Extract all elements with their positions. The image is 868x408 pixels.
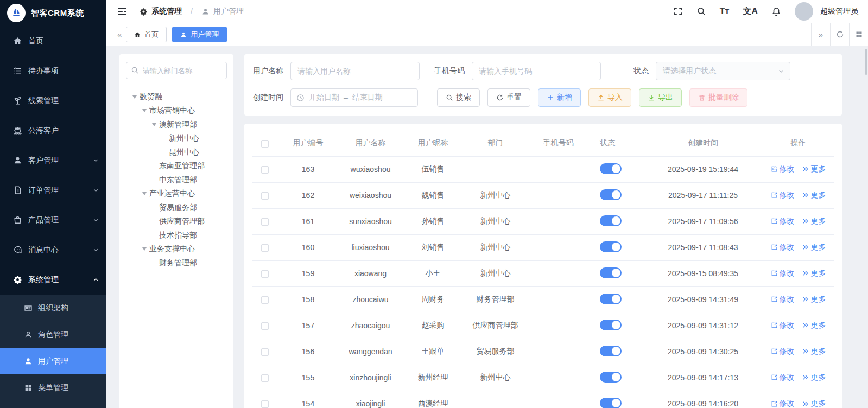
tree-node[interactable]: 昆州中心 xyxy=(126,145,227,160)
sidebar-item-system[interactable]: 系统管理 xyxy=(0,265,106,295)
status-toggle-on[interactable] xyxy=(600,320,622,330)
more-link[interactable]: 更多 xyxy=(802,399,826,408)
edit-link[interactable]: 修改 xyxy=(771,347,795,356)
sidebar-item-products[interactable]: 产品管理 xyxy=(0,205,106,235)
created-time-range-picker[interactable]: 开始日期 – 结束日期 xyxy=(290,88,418,107)
tree-node[interactable]: 业务支撑中心 xyxy=(126,243,227,257)
tab-user-management[interactable]: 用户管理 xyxy=(172,27,227,42)
caret-down-icon[interactable] xyxy=(139,192,149,195)
layout-grid-button[interactable] xyxy=(849,23,868,46)
more-link[interactable]: 更多 xyxy=(802,216,826,226)
status-filter-select[interactable]: 请选择用户状态 xyxy=(656,62,790,80)
edit-link[interactable]: 修改 xyxy=(771,216,795,226)
created-time-filter-label: 创建时间 xyxy=(253,93,283,103)
username-filter-input[interactable] xyxy=(290,62,420,80)
status-toggle-on[interactable] xyxy=(600,267,622,278)
phone-filter-input[interactable] xyxy=(472,62,601,80)
row-checkbox[interactable] xyxy=(261,374,269,382)
row-checkbox[interactable] xyxy=(261,270,269,278)
status-toggle-on[interactable] xyxy=(600,372,622,382)
tree-node[interactable]: 澳新管理部 xyxy=(126,118,227,132)
more-link[interactable]: 更多 xyxy=(802,190,826,200)
import-button[interactable]: 导入 xyxy=(588,88,631,107)
caret-down-icon[interactable] xyxy=(149,123,159,126)
select-all-checkbox[interactable] xyxy=(261,140,269,148)
edit-link[interactable]: 修改 xyxy=(771,295,795,304)
tree-node[interactable]: 财务管理部 xyxy=(126,256,227,270)
caret-down-icon[interactable] xyxy=(139,247,149,251)
more-link[interactable]: 更多 xyxy=(802,321,826,330)
tree-node[interactable]: 东南亚管理部 xyxy=(126,160,227,174)
more-link[interactable]: 更多 xyxy=(802,164,826,174)
sidebar-item-customers[interactable]: 客户管理 xyxy=(0,145,106,175)
edit-link[interactable]: 修改 xyxy=(771,373,795,382)
row-checkbox[interactable] xyxy=(261,192,269,200)
status-toggle-on[interactable] xyxy=(600,241,622,252)
tree-node[interactable]: 技术指导部 xyxy=(126,228,227,243)
sidebar-item-orders[interactable]: 订单管理 xyxy=(0,175,106,205)
more-link[interactable]: 更多 xyxy=(802,243,826,252)
font-size-icon[interactable]: Tт xyxy=(720,7,730,16)
add-button[interactable]: 新增 xyxy=(538,88,581,107)
export-button[interactable]: 导出 xyxy=(639,88,682,107)
row-checkbox[interactable] xyxy=(261,244,269,252)
row-checkbox[interactable] xyxy=(261,322,269,330)
sidebar-item-public-sea[interactable]: 公海客户 xyxy=(0,116,106,145)
sidebar-item-org-structure[interactable]: 组织架构 xyxy=(0,295,106,321)
sidebar-item-messages[interactable]: 消息中心 xyxy=(0,235,106,265)
sidebar-item-leads[interactable]: 线索管理 xyxy=(0,86,106,116)
edit-link[interactable]: 修改 xyxy=(771,399,795,408)
search-button[interactable]: 搜索 xyxy=(437,88,480,107)
row-checkbox[interactable] xyxy=(261,296,269,304)
department-search-input[interactable] xyxy=(126,62,227,79)
tree-node[interactable]: 市场营销中心 xyxy=(126,104,227,118)
sidebar-item-menu-management[interactable]: 菜单管理 xyxy=(0,374,106,401)
tree-node[interactable]: 贸易服务部 xyxy=(126,201,227,215)
edit-link[interactable]: 修改 xyxy=(771,190,795,200)
more-link[interactable]: 更多 xyxy=(802,295,826,304)
edit-link[interactable]: 修改 xyxy=(771,321,795,330)
search-icon xyxy=(446,94,453,101)
collapse-sidebar-icon[interactable] xyxy=(117,6,128,17)
caret-down-icon[interactable] xyxy=(129,95,140,99)
status-toggle-on[interactable] xyxy=(600,215,622,226)
user-avatar[interactable] xyxy=(795,2,813,21)
status-toggle-on[interactable] xyxy=(600,398,622,408)
tree-node[interactable]: 数贸融 xyxy=(126,90,227,104)
search-icon[interactable] xyxy=(696,7,706,16)
sidebar-item-todo[interactable]: 待办事项 xyxy=(0,56,106,86)
tree-node[interactable]: 中东管理部 xyxy=(126,173,227,187)
sidebar-item-user-management[interactable]: 用户管理 xyxy=(0,348,106,374)
status-toggle-on[interactable] xyxy=(600,189,622,200)
scrollbar-thumb[interactable] xyxy=(865,49,867,75)
tree-node[interactable]: 产业运营中心 xyxy=(126,187,227,201)
translate-icon[interactable]: 文A xyxy=(743,7,758,16)
status-toggle-on[interactable] xyxy=(600,163,622,174)
tab-home[interactable]: 首页 xyxy=(126,27,167,42)
refresh-button[interactable] xyxy=(830,23,849,46)
status-toggle-on[interactable] xyxy=(600,294,622,304)
caret-down-icon[interactable] xyxy=(139,109,149,112)
sidebar-item-home[interactable]: 首页 xyxy=(0,26,106,56)
tabs-scroll-left-icon[interactable]: « xyxy=(113,30,126,39)
edit-link[interactable]: 修改 xyxy=(771,164,795,174)
tree-node[interactable]: 供应商管理部 xyxy=(126,215,227,229)
tabs-scroll-right-button[interactable]: » xyxy=(811,23,830,46)
tree-node[interactable]: 新州中心 xyxy=(126,132,227,146)
row-checkbox[interactable] xyxy=(261,400,269,408)
row-checkbox[interactable] xyxy=(261,218,269,226)
bell-icon[interactable] xyxy=(771,7,781,16)
sidebar-item-roles[interactable]: 角色管理 xyxy=(0,321,106,348)
reset-button[interactable]: 重置 xyxy=(487,88,530,107)
status-toggle-on[interactable] xyxy=(600,346,622,356)
row-checkbox[interactable] xyxy=(261,348,269,356)
row-checkbox[interactable] xyxy=(261,166,269,174)
batch-delete-button[interactable]: 批量删除 xyxy=(689,88,747,107)
edit-link[interactable]: 修改 xyxy=(771,269,795,278)
more-link[interactable]: 更多 xyxy=(802,373,826,382)
edit-link[interactable]: 修改 xyxy=(771,243,795,252)
fullscreen-icon[interactable] xyxy=(673,7,683,16)
sidebar-item-label: 用户管理 xyxy=(38,356,68,366)
more-link[interactable]: 更多 xyxy=(802,347,826,356)
more-link[interactable]: 更多 xyxy=(802,269,826,278)
